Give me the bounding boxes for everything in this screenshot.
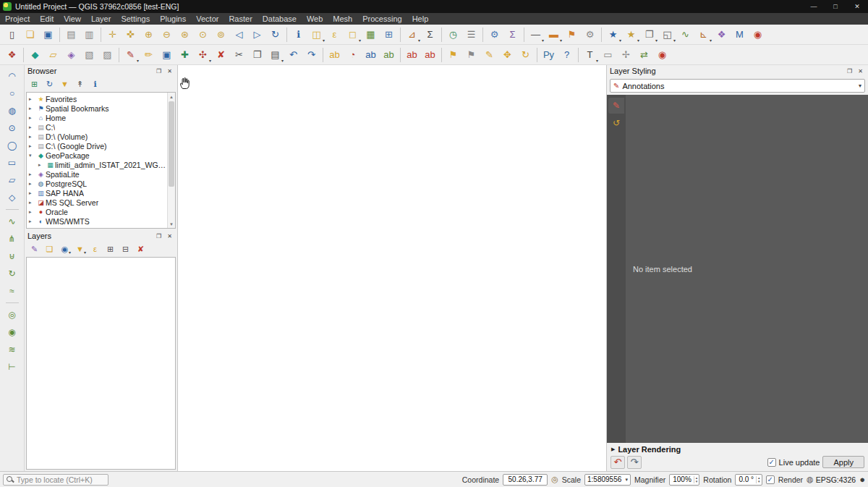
pin-labels-button[interactable]: ⚑: [444, 46, 462, 64]
expand-arrow-icon[interactable]: ▾: [29, 153, 36, 158]
menu-processing[interactable]: Processing: [357, 13, 407, 25]
temporal-controller-button[interactable]: ◷: [444, 26, 462, 43]
layers-list[interactable]: [26, 257, 176, 470]
open-attribute-table-button[interactable]: ▦: [362, 26, 380, 43]
menu-web[interactable]: Web: [302, 13, 328, 25]
style-undo-button[interactable]: ↶: [610, 456, 625, 469]
expand-arrow-icon[interactable]: ▸: [29, 124, 36, 130]
rotation-spinner[interactable]: 0.0 ° ▴▾: [735, 474, 762, 486]
browser-item-drive-d[interactable]: ▸ ▤ D:\ (Volume): [27, 132, 167, 141]
browser-item-sap-hana[interactable]: ▸ ▥ SAP HANA: [27, 188, 167, 198]
expand-arrow-icon[interactable]: ▸: [29, 115, 36, 121]
zoom-in-button[interactable]: ⊕: [140, 26, 158, 43]
zoom-out-button[interactable]: ⊖: [158, 26, 176, 43]
close-panel-icon[interactable]: ✕: [165, 232, 174, 240]
map-canvas[interactable]: [178, 65, 606, 471]
regular-polygon-button[interactable]: ◇: [4, 190, 20, 206]
circle-2-points-button[interactable]: ○: [4, 85, 20, 101]
help-contents-button[interactable]: ?: [558, 46, 576, 64]
refresh-browser-button[interactable]: ↻: [43, 77, 56, 90]
remove-layer-button[interactable]: ✘: [134, 242, 148, 255]
collapse-all-layers-button[interactable]: ⊟: [119, 242, 132, 255]
toggle-editing-button[interactable]: ✏: [140, 46, 158, 64]
coordinate-input[interactable]: 50.26,3.77: [503, 474, 548, 486]
layer-diagram-options-button[interactable]: ◔: [344, 46, 362, 64]
show-layout-manager-button[interactable]: ▥: [80, 26, 98, 43]
pan-to-selection-button[interactable]: ✜: [122, 26, 140, 43]
menu-vector[interactable]: Vector: [191, 13, 224, 25]
show-hidden-labels-button[interactable]: ab: [403, 46, 421, 64]
move-label-button[interactable]: ab: [362, 46, 380, 64]
expand-arrow-icon[interactable]: ▸: [29, 228, 36, 229]
move-label-diagram-button[interactable]: ✥: [498, 46, 516, 64]
scroll-up-icon[interactable]: ▲: [168, 93, 175, 101]
measure-line-button[interactable]: ⊿▾: [403, 26, 421, 43]
new-map-view-button[interactable]: ❐▾: [640, 26, 658, 43]
form-annotation-button[interactable]: ▭: [599, 46, 617, 64]
browser-item-gpkg-file[interactable]: ▸ ▦ limiti_admin_ISTAT_2021_WGS84.gpkg: [27, 160, 167, 169]
browser-item-oracle[interactable]: ▸ ● Oracle: [27, 207, 167, 216]
filter-legend-button[interactable]: ▼▾: [73, 242, 87, 255]
magnifier-spinner[interactable]: 100% ▴▾: [669, 474, 699, 486]
current-edits-button[interactable]: ✎▾: [122, 46, 140, 64]
float-panel-icon[interactable]: ❐: [154, 67, 163, 75]
add-feature-button[interactable]: ✚: [176, 46, 194, 64]
rotate-label-button[interactable]: ↻: [516, 46, 535, 64]
expand-arrow-icon[interactable]: ▸: [29, 200, 36, 206]
zoom-to-selection-button[interactable]: ⊙: [194, 26, 212, 43]
close-button[interactable]: ✕: [846, 0, 868, 13]
render-checkbox[interactable]: ✓: [766, 475, 775, 484]
menu-project[interactable]: Project: [0, 13, 35, 25]
georeferencer-button[interactable]: ⇄: [635, 46, 653, 64]
properties-widget-button[interactable]: ℹ: [88, 77, 102, 90]
open-layer-styling-button[interactable]: ✎: [27, 242, 41, 255]
browser-item-drive-c-google[interactable]: ▸ ▤ C:\ (Google Drive): [27, 141, 167, 151]
vertex-tool-button[interactable]: ✣▾: [194, 46, 212, 64]
zoom-full-button[interactable]: ⊛: [176, 26, 194, 43]
ellipse-center-button[interactable]: ◯: [4, 137, 20, 153]
open-data-source-manager-button[interactable]: ❖: [3, 46, 21, 64]
plugin-button[interactable]: ◉: [749, 26, 767, 43]
browser-item-postgresql[interactable]: ▸ ◍ PostgreSQL: [27, 179, 167, 188]
rectangle-3-points-button[interactable]: ▱: [4, 172, 20, 188]
new-3d-map-view-button[interactable]: ◱▾: [658, 26, 676, 43]
change-label-button[interactable]: ab: [380, 46, 398, 64]
expand-arrow-icon[interactable]: ▸: [29, 181, 36, 187]
spinner-arrows[interactable]: ▴▾: [694, 476, 699, 483]
new-temporary-scratch-layer-button[interactable]: ▨: [98, 46, 116, 64]
live-update-checkbox[interactable]: ✓: [767, 458, 776, 467]
deselect-all-button[interactable]: ◻▾: [344, 26, 362, 43]
circle-3-points-button[interactable]: ◍: [4, 103, 20, 119]
maximize-button[interactable]: □: [825, 0, 846, 13]
layer-rendering-header[interactable]: ▶ Layer Rendering: [607, 443, 868, 455]
float-panel-icon[interactable]: ❐: [154, 232, 163, 240]
symbology-tab[interactable]: ✎: [608, 98, 624, 114]
open-project-button[interactable]: ❏: [21, 26, 39, 43]
manage-map-themes-button[interactable]: ◉▾: [58, 242, 72, 255]
never-show-labels-button[interactable]: ab: [421, 46, 439, 64]
zoom-last-button[interactable]: ◁: [230, 26, 248, 43]
statistics-panel-button[interactable]: Σ: [503, 26, 522, 43]
scroll-down-icon[interactable]: ▼: [168, 220, 175, 228]
menu-database[interactable]: Database: [258, 13, 302, 25]
statistical-summary-button[interactable]: Σ: [421, 26, 439, 43]
menu-edit[interactable]: Edit: [35, 13, 59, 25]
close-panel-icon[interactable]: ✕: [856, 67, 865, 75]
expand-arrow-icon[interactable]: ▸: [38, 162, 46, 168]
circle-center-button[interactable]: ⊙: [4, 120, 20, 136]
circular-string-button[interactable]: ◠: [4, 68, 20, 84]
expand-all-layers-button[interactable]: ⊞: [103, 242, 117, 255]
browser-item-drive-c[interactable]: ▸ ▤ C:\: [27, 122, 167, 132]
expand-arrow-icon[interactable]: ▸: [29, 96, 36, 102]
new-spatialite-layer-button[interactable]: ◈: [62, 46, 80, 64]
zoom-next-button[interactable]: ▷: [248, 26, 266, 43]
fill-ring-button[interactable]: ◉: [4, 324, 20, 340]
menu-view[interactable]: View: [59, 13, 86, 25]
rotate-feature-button[interactable]: ↻: [4, 266, 20, 281]
offset-curve-button[interactable]: ≋: [4, 342, 20, 357]
line-style-selector[interactable]: —▾: [527, 26, 545, 43]
rectangle-extent-button[interactable]: ▭: [4, 155, 20, 171]
identify-features-button[interactable]: ℹ: [289, 26, 307, 43]
new-shapefile-layer-button[interactable]: ▱: [44, 46, 62, 64]
browser-item-home[interactable]: ▸ ⌂ Home: [27, 113, 167, 122]
